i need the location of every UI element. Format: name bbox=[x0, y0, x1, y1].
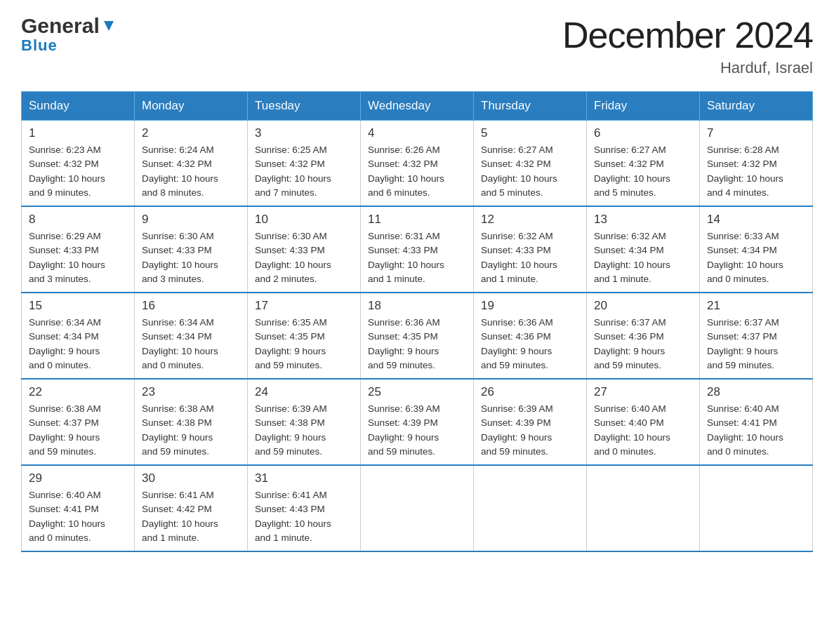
sun-info: Sunrise: 6:38 AMSunset: 4:38 PMDaylight:… bbox=[142, 402, 240, 459]
day-number: 20 bbox=[594, 299, 692, 313]
calendar-table: SundayMondayTuesdayWednesdayThursdayFrid… bbox=[21, 91, 813, 552]
calendar-week-row: 8 Sunrise: 6:29 AMSunset: 4:33 PMDayligh… bbox=[22, 206, 813, 293]
calendar-day-cell: 9 Sunrise: 6:30 AMSunset: 4:33 PMDayligh… bbox=[135, 206, 248, 293]
day-number: 11 bbox=[368, 213, 466, 227]
day-number: 26 bbox=[481, 385, 579, 399]
calendar-day-cell: 1 Sunrise: 6:23 AMSunset: 4:32 PMDayligh… bbox=[22, 121, 135, 207]
calendar-day-cell: 14 Sunrise: 6:33 AMSunset: 4:34 PMDaylig… bbox=[700, 206, 813, 293]
sun-info: Sunrise: 6:37 AMSunset: 4:36 PMDaylight:… bbox=[594, 316, 692, 373]
day-number: 12 bbox=[481, 213, 579, 227]
day-number: 30 bbox=[142, 471, 240, 485]
calendar-day-cell: 7 Sunrise: 6:28 AMSunset: 4:32 PMDayligh… bbox=[700, 121, 813, 207]
svg-marker-0 bbox=[104, 21, 114, 31]
calendar-day-cell: 31 Sunrise: 6:41 AMSunset: 4:43 PMDaylig… bbox=[248, 465, 361, 551]
day-number: 23 bbox=[142, 385, 240, 399]
day-number: 2 bbox=[142, 126, 240, 140]
day-number: 6 bbox=[594, 126, 692, 140]
logo-arrow-icon bbox=[101, 18, 117, 34]
day-number: 21 bbox=[707, 299, 805, 313]
calendar-day-cell: 21 Sunrise: 6:37 AMSunset: 4:37 PMDaylig… bbox=[700, 293, 813, 379]
sun-info: Sunrise: 6:37 AMSunset: 4:37 PMDaylight:… bbox=[707, 316, 805, 373]
calendar-day-cell: 22 Sunrise: 6:38 AMSunset: 4:37 PMDaylig… bbox=[22, 379, 135, 465]
calendar-day-cell: 17 Sunrise: 6:35 AMSunset: 4:35 PMDaylig… bbox=[248, 293, 361, 379]
weekday-header-row: SundayMondayTuesdayWednesdayThursdayFrid… bbox=[22, 92, 813, 121]
calendar-day-cell: 28 Sunrise: 6:40 AMSunset: 4:41 PMDaylig… bbox=[700, 379, 813, 465]
sun-info: Sunrise: 6:40 AMSunset: 4:41 PMDaylight:… bbox=[29, 488, 127, 545]
calendar-day-cell: 23 Sunrise: 6:38 AMSunset: 4:38 PMDaylig… bbox=[135, 379, 248, 465]
sun-info: Sunrise: 6:38 AMSunset: 4:37 PMDaylight:… bbox=[29, 402, 127, 459]
sun-info: Sunrise: 6:32 AMSunset: 4:33 PMDaylight:… bbox=[481, 229, 579, 286]
day-number: 13 bbox=[594, 213, 692, 227]
calendar-day-cell: 19 Sunrise: 6:36 AMSunset: 4:36 PMDaylig… bbox=[474, 293, 587, 379]
calendar-day-cell: 30 Sunrise: 6:41 AMSunset: 4:42 PMDaylig… bbox=[135, 465, 248, 551]
sun-info: Sunrise: 6:41 AMSunset: 4:43 PMDaylight:… bbox=[255, 488, 353, 545]
day-number: 28 bbox=[707, 385, 805, 399]
calendar-day-cell: 18 Sunrise: 6:36 AMSunset: 4:35 PMDaylig… bbox=[361, 293, 474, 379]
calendar-day-cell: 5 Sunrise: 6:27 AMSunset: 4:32 PMDayligh… bbox=[474, 121, 587, 207]
sun-info: Sunrise: 6:24 AMSunset: 4:32 PMDaylight:… bbox=[142, 143, 240, 200]
calendar-day-cell: 29 Sunrise: 6:40 AMSunset: 4:41 PMDaylig… bbox=[22, 465, 135, 551]
weekday-header-friday: Friday bbox=[587, 92, 700, 121]
calendar-day-cell: 24 Sunrise: 6:39 AMSunset: 4:38 PMDaylig… bbox=[248, 379, 361, 465]
sun-info: Sunrise: 6:34 AMSunset: 4:34 PMDaylight:… bbox=[29, 316, 127, 373]
day-number: 31 bbox=[255, 471, 353, 485]
sun-info: Sunrise: 6:35 AMSunset: 4:35 PMDaylight:… bbox=[255, 316, 353, 373]
day-number: 29 bbox=[29, 471, 127, 485]
sun-info: Sunrise: 6:39 AMSunset: 4:38 PMDaylight:… bbox=[255, 402, 353, 459]
calendar-day-cell: 3 Sunrise: 6:25 AMSunset: 4:32 PMDayligh… bbox=[248, 121, 361, 207]
calendar-week-row: 15 Sunrise: 6:34 AMSunset: 4:34 PMDaylig… bbox=[22, 293, 813, 379]
day-number: 14 bbox=[707, 213, 805, 227]
sun-info: Sunrise: 6:39 AMSunset: 4:39 PMDaylight:… bbox=[481, 402, 579, 459]
day-number: 24 bbox=[255, 385, 353, 399]
calendar-day-cell: 6 Sunrise: 6:27 AMSunset: 4:32 PMDayligh… bbox=[587, 121, 700, 207]
location-text: Harduf, Israel bbox=[562, 59, 813, 77]
sun-info: Sunrise: 6:33 AMSunset: 4:34 PMDaylight:… bbox=[707, 229, 805, 286]
day-number: 3 bbox=[255, 126, 353, 140]
calendar-day-cell: 15 Sunrise: 6:34 AMSunset: 4:34 PMDaylig… bbox=[22, 293, 135, 379]
day-number: 25 bbox=[368, 385, 466, 399]
day-number: 10 bbox=[255, 213, 353, 227]
weekday-header-tuesday: Tuesday bbox=[248, 92, 361, 121]
sun-info: Sunrise: 6:41 AMSunset: 4:42 PMDaylight:… bbox=[142, 488, 240, 545]
calendar-week-row: 22 Sunrise: 6:38 AMSunset: 4:37 PMDaylig… bbox=[22, 379, 813, 465]
day-number: 7 bbox=[707, 126, 805, 140]
sun-info: Sunrise: 6:34 AMSunset: 4:34 PMDaylight:… bbox=[142, 316, 240, 373]
sun-info: Sunrise: 6:29 AMSunset: 4:33 PMDaylight:… bbox=[29, 229, 127, 286]
sun-info: Sunrise: 6:32 AMSunset: 4:34 PMDaylight:… bbox=[594, 229, 692, 286]
calendar-day-cell bbox=[700, 465, 813, 551]
calendar-day-cell: 4 Sunrise: 6:26 AMSunset: 4:32 PMDayligh… bbox=[361, 121, 474, 207]
calendar-day-cell: 16 Sunrise: 6:34 AMSunset: 4:34 PMDaylig… bbox=[135, 293, 248, 379]
day-number: 5 bbox=[481, 126, 579, 140]
title-area: December 2024 Harduf, Israel bbox=[562, 14, 813, 77]
sun-info: Sunrise: 6:25 AMSunset: 4:32 PMDaylight:… bbox=[255, 143, 353, 200]
calendar-week-row: 1 Sunrise: 6:23 AMSunset: 4:32 PMDayligh… bbox=[22, 121, 813, 207]
page-header: General Blue December 2024 Harduf, Israe… bbox=[21, 14, 813, 77]
logo: General Blue bbox=[21, 14, 117, 55]
day-number: 1 bbox=[29, 126, 127, 140]
sun-info: Sunrise: 6:23 AMSunset: 4:32 PMDaylight:… bbox=[29, 143, 127, 200]
calendar-day-cell bbox=[361, 465, 474, 551]
weekday-header-sunday: Sunday bbox=[22, 92, 135, 121]
calendar-day-cell: 12 Sunrise: 6:32 AMSunset: 4:33 PMDaylig… bbox=[474, 206, 587, 293]
sun-info: Sunrise: 6:28 AMSunset: 4:32 PMDaylight:… bbox=[707, 143, 805, 200]
sun-info: Sunrise: 6:27 AMSunset: 4:32 PMDaylight:… bbox=[594, 143, 692, 200]
day-number: 22 bbox=[29, 385, 127, 399]
weekday-header-saturday: Saturday bbox=[700, 92, 813, 121]
calendar-day-cell: 8 Sunrise: 6:29 AMSunset: 4:33 PMDayligh… bbox=[22, 206, 135, 293]
sun-info: Sunrise: 6:40 AMSunset: 4:40 PMDaylight:… bbox=[594, 402, 692, 459]
weekday-header-wednesday: Wednesday bbox=[361, 92, 474, 121]
calendar-day-cell bbox=[587, 465, 700, 551]
day-number: 4 bbox=[368, 126, 466, 140]
calendar-day-cell: 25 Sunrise: 6:39 AMSunset: 4:39 PMDaylig… bbox=[361, 379, 474, 465]
day-number: 9 bbox=[142, 213, 240, 227]
sun-info: Sunrise: 6:36 AMSunset: 4:36 PMDaylight:… bbox=[481, 316, 579, 373]
sun-info: Sunrise: 6:30 AMSunset: 4:33 PMDaylight:… bbox=[255, 229, 353, 286]
calendar-week-row: 29 Sunrise: 6:40 AMSunset: 4:41 PMDaylig… bbox=[22, 465, 813, 551]
day-number: 17 bbox=[255, 299, 353, 313]
weekday-header-thursday: Thursday bbox=[474, 92, 587, 121]
day-number: 27 bbox=[594, 385, 692, 399]
calendar-day-cell: 20 Sunrise: 6:37 AMSunset: 4:36 PMDaylig… bbox=[587, 293, 700, 379]
calendar-day-cell: 27 Sunrise: 6:40 AMSunset: 4:40 PMDaylig… bbox=[587, 379, 700, 465]
sun-info: Sunrise: 6:36 AMSunset: 4:35 PMDaylight:… bbox=[368, 316, 466, 373]
sun-info: Sunrise: 6:26 AMSunset: 4:32 PMDaylight:… bbox=[368, 143, 466, 200]
